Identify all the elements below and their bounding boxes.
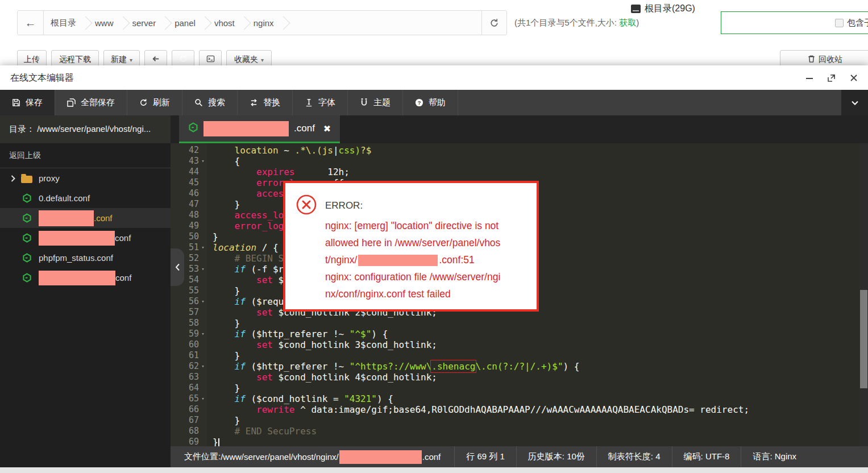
nginx-file-icon [20, 233, 33, 243]
toolbar-expand-chevron-icon[interactable] [841, 90, 868, 115]
nginx-file-icon [188, 122, 198, 135]
editor-button-字体[interactable]: 字体 [293, 90, 348, 115]
redacted-filename [203, 121, 289, 136]
editor-button-搜索[interactable]: 搜索 [182, 90, 238, 115]
editor-button-保存[interactable]: 保存 [0, 90, 55, 115]
code-text: } [207, 231, 218, 242]
line-number: 69 [171, 437, 199, 446]
code-text: set $cond_hotlink 4$cond_hotlink; [207, 372, 437, 383]
folder-icon [20, 174, 33, 183]
code-text: set $cond_hotlink 3$cond_hotlink; [207, 339, 437, 350]
file-name-label: conf [115, 233, 131, 243]
code-line-42[interactable]: 42 location ~ .*\.(js|css)?$ [171, 145, 859, 156]
sidebar-file-redacted[interactable]: .conf [0, 208, 171, 228]
sidebar-file-phpfpm_status.conf[interactable]: phpfpm_status.conf [0, 248, 171, 268]
back-arrow-icon[interactable]: ← [18, 11, 44, 35]
error-title: ERROR: [325, 200, 363, 211]
file-name-label: 0.default.conf [39, 193, 90, 203]
code-line-63[interactable]: 63 set $cond_hotlink 4$cond_hotlink; [171, 372, 859, 383]
scrollbar-thumb[interactable] [860, 290, 867, 388]
line-number: 59 [171, 329, 199, 339]
editor-button-label: 全部保存 [81, 97, 115, 108]
fold-spacer [199, 383, 207, 393]
disk-label: 根目录(29G) [645, 3, 695, 15]
restore-icon[interactable] [825, 72, 838, 84]
code-line-44[interactable]: 44 expires 12h; [171, 167, 859, 177]
file-list: proxy0.default.conf.confconfphpfpm_statu… [0, 168, 171, 288]
theme-icon [360, 98, 368, 107]
tab-close-icon[interactable]: ✖ [323, 123, 331, 134]
sidebar-file-redacted[interactable]: conf [0, 268, 171, 288]
directory-stats: (共1个目录与5个文件,大小: 获取) [514, 18, 639, 28]
fold-arrow-icon[interactable]: ▾ [199, 296, 207, 307]
arrow-left-icon [152, 55, 160, 65]
editor-button-刷新[interactable]: 刷新 [127, 90, 182, 115]
code-line-65[interactable]: 65▾ if ($cond_hotlink = "4321") { [171, 393, 859, 404]
code-line-66[interactable]: 66 rewrite ^ data:image/gif;base64,R0lGO… [171, 404, 859, 415]
code-line-64[interactable]: 64 } [171, 383, 859, 393]
editor-button-label: 保存 [26, 97, 43, 108]
line-number: 66 [171, 404, 199, 415]
error-message-line: nx/conf/nginx.conf test failed [325, 285, 500, 302]
file-sidebar: 目录： /www/server/panel/vhost/ngi... 返回上级 … [0, 115, 171, 467]
code-line-61[interactable]: 61 } [171, 350, 859, 361]
status-segment: 制表符长度: 4 [597, 446, 672, 467]
fold-arrow-icon[interactable]: ▾ [199, 264, 207, 275]
breadcrumb-item-server[interactable]: server [126, 18, 163, 28]
font-icon [305, 98, 313, 107]
fold-arrow-icon[interactable]: ▾ [199, 361, 207, 372]
editor-button-帮助[interactable]: ?帮助 [403, 90, 458, 115]
fold-spacer [199, 188, 207, 199]
search-input[interactable]: 包含子 [721, 11, 868, 34]
code-line-43[interactable]: 43▾ { [171, 156, 859, 167]
refresh-icon[interactable] [481, 11, 506, 35]
sidebar-file-redacted[interactable]: conf [0, 228, 171, 248]
editor-button-主题[interactable]: 主题 [348, 90, 403, 115]
editor-button-替换[interactable]: 替换 [238, 90, 293, 115]
stats-text: (共1个目录与5个文件,大小: [514, 18, 619, 27]
go-up-link[interactable]: 返回上级 [0, 143, 171, 168]
code-line-69[interactable]: 69} [171, 437, 859, 446]
editor-button-全部保存[interactable]: 全部保存 [55, 90, 127, 115]
line-number: 43 [171, 156, 199, 167]
tab-active-conf-file[interactable]: .conf ✖ [179, 115, 340, 143]
error-message: nginx: [emerg] "location" directive is n… [325, 217, 500, 302]
breadcrumb-item-panel[interactable]: panel [168, 18, 202, 28]
code-line-67[interactable]: 67 } [171, 415, 859, 426]
terminal-icon [206, 55, 215, 65]
fold-arrow-icon[interactable]: ▾ [199, 329, 207, 339]
error-message-line: nginx: [emerg] "location" directive is n… [325, 217, 500, 234]
code-line-59[interactable]: 59▾ if ($http_referer !~ "^$") { [171, 329, 859, 339]
sidebar-file-0.default.conf[interactable]: 0.default.conf [0, 188, 171, 208]
line-number: 61 [171, 350, 199, 361]
tab-filename-suffix: .conf [294, 123, 315, 134]
fm-button-label: 新建 [111, 55, 127, 65]
file-path-suffix: .conf [422, 452, 441, 462]
sidebar-collapse-icon[interactable] [171, 248, 184, 286]
line-number: 44 [171, 167, 199, 177]
sidebar-folder-proxy[interactable]: proxy [0, 168, 171, 188]
code-line-58[interactable]: 58 } [171, 318, 859, 329]
root-disk-info[interactable]: 根目录(29G) [631, 3, 695, 15]
editor-titlebar[interactable]: 在线文本编辑器 [0, 65, 868, 90]
breadcrumb-item-nginx[interactable]: nginx [247, 18, 281, 28]
editor-toolbar: 保存全部保存刷新搜索替换字体主题?帮助 [0, 90, 868, 115]
close-icon[interactable] [848, 72, 860, 84]
fold-arrow-icon[interactable]: ▾ [199, 242, 207, 253]
fold-arrow-icon[interactable]: ▾ [199, 156, 207, 167]
breadcrumb-item-vhost[interactable]: vhost [207, 18, 242, 28]
code-line-60[interactable]: 60 set $cond_hotlink 3$cond_hotlink; [171, 339, 859, 350]
editor-scrollbar[interactable] [859, 143, 868, 446]
include-subdir-checkbox[interactable] [835, 19, 844, 27]
nginx-file-icon [20, 253, 33, 263]
code-line-62[interactable]: 62▾ if ($http_referer !~ "^https?://www\… [171, 361, 859, 372]
editor-title: 在线文本编辑器 [10, 72, 74, 84]
save-all-icon [67, 98, 76, 107]
breadcrumb-item-根目录[interactable]: 根目录 [44, 18, 83, 28]
minimize-icon[interactable] [803, 72, 816, 84]
fold-arrow-icon[interactable]: ▾ [199, 393, 207, 404]
expand-chevron-icon[interactable] [6, 175, 20, 182]
fm-button-label: 上传 [24, 55, 40, 65]
code-line-68[interactable]: 68 # END SecuPress [171, 426, 859, 437]
fetch-size-link[interactable]: 获取 [619, 18, 636, 27]
